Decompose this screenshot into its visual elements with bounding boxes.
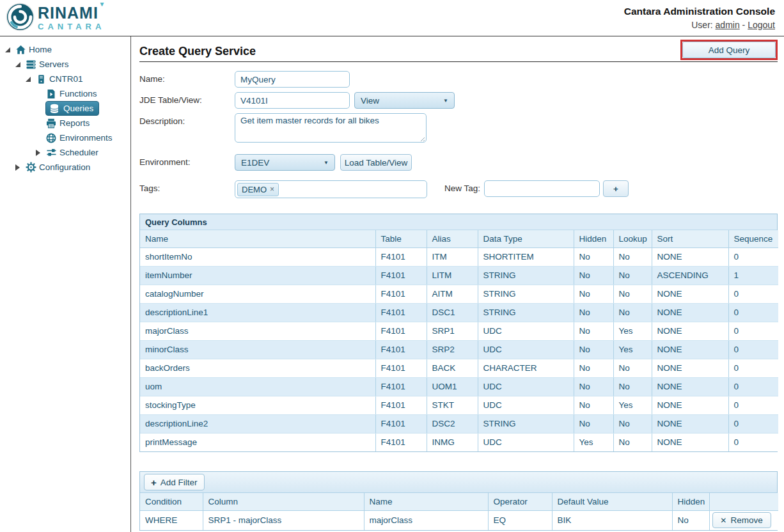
chevron-down-icon: ▼ <box>443 98 448 104</box>
user-prefix: User: <box>691 20 712 30</box>
sidebar-item-cntr01[interactable]: CNTR01 <box>0 72 130 86</box>
sidebar-item-scheduler[interactable]: Scheduler <box>0 145 130 160</box>
plus-icon: + <box>151 477 157 488</box>
column-header[interactable]: Operator <box>488 493 552 510</box>
table-cell: F4101 <box>375 396 427 414</box>
column-header[interactable]: Data Type <box>478 230 574 247</box>
table-cell: 0 <box>728 340 778 359</box>
table-cell: No <box>574 359 613 377</box>
column-header[interactable]: Lookup <box>613 230 652 247</box>
column-header[interactable]: Sort <box>652 230 728 247</box>
close-icon: ✕ <box>720 516 726 525</box>
add-query-button[interactable]: Add Query <box>682 42 776 58</box>
table-row[interactable]: descriptionLine2F4101DSC2STRINGNoNoNONE0 <box>140 414 778 433</box>
table-cell: F4101 <box>375 266 427 285</box>
sidebar-item-label: Functions <box>59 89 97 98</box>
table-cell: F4101 <box>375 359 427 377</box>
column-header[interactable] <box>709 493 778 510</box>
sidebar-item-queries[interactable]: Queries <box>0 101 130 116</box>
table-cell: F4101 <box>375 414 427 433</box>
table-row[interactable]: shortItemNoF4101ITMSHORTITEMNoNoNONE0 <box>140 247 778 266</box>
table-cell: SRP2 <box>427 340 478 359</box>
table-row[interactable]: itemNumberF4101LITMSTRINGNoNoASCENDING1 <box>140 266 778 285</box>
column-header[interactable]: Column <box>203 493 364 510</box>
add-filter-button[interactable]: + Add Filter <box>144 474 205 490</box>
table-cell: stockingType <box>140 396 375 414</box>
sidebar-item-servers[interactable]: Servers <box>0 57 130 72</box>
sidebar-item-functions[interactable]: Functions <box>0 86 130 101</box>
table-cell: shortItemNo <box>140 247 375 266</box>
remove-filter-button[interactable]: ✕ Remove <box>712 512 771 528</box>
sidebar-item-label: Home <box>29 45 52 54</box>
sidebar-item-configuration[interactable]: Configuration <box>0 160 130 175</box>
sidebar-item-environments[interactable]: Environments <box>0 130 130 145</box>
environment-dropdown[interactable]: E1DEV ▼ <box>235 154 335 171</box>
remove-tag-icon[interactable]: × <box>270 185 274 194</box>
tree-expanded-icon[interactable] <box>15 62 20 67</box>
table-cell: No <box>613 303 652 322</box>
jde-table-view-input[interactable] <box>235 92 350 109</box>
function-document-icon <box>45 88 57 99</box>
tags-label: Tags: <box>139 180 235 193</box>
table-cell: No <box>574 266 613 285</box>
column-header[interactable]: Hidden <box>672 493 709 510</box>
tree-expanded-icon[interactable] <box>26 77 31 82</box>
table-cell: No <box>613 433 652 451</box>
column-header[interactable]: Table <box>375 230 427 247</box>
jde-table-view-label: JDE Table/View: <box>139 92 235 105</box>
filter-toolbar: + Add Filter <box>140 472 777 493</box>
table-cell: No <box>574 303 613 322</box>
tree-expanded-icon[interactable] <box>5 47 10 52</box>
add-tag-button[interactable]: + <box>603 180 629 197</box>
sidebar-item-reports[interactable]: Reports <box>0 116 130 130</box>
table-row[interactable]: catalogNumberF4101AITMSTRINGNoNoNONE0 <box>140 285 778 303</box>
column-header[interactable]: Sequence <box>728 230 778 247</box>
description-textarea[interactable]: Get item master records for all bikes <box>235 113 427 143</box>
tree-collapsed-icon[interactable] <box>36 150 40 156</box>
table-cell: STRING <box>478 303 574 322</box>
column-header[interactable]: Name <box>364 493 488 510</box>
table-cell: BACK <box>427 359 478 377</box>
rinami-logo: RINAMI▼ CANTARA <box>5 2 105 35</box>
filter-actions-cell: ✕ Remove <box>709 510 778 530</box>
table-row[interactable]: descriptionLine1F4101DSC1STRINGNoNoNONE0 <box>140 303 778 322</box>
table-row[interactable]: backOrdersF4101BACKCHARACTERNoNoNONE0 <box>140 359 778 377</box>
filter-name-cell: majorClass <box>364 510 488 530</box>
user-name-link[interactable]: admin <box>716 20 740 30</box>
table-row[interactable]: uomF4101UOM1UDCNoNoNONE0 <box>140 377 778 396</box>
sidebar-item-home[interactable]: Home <box>0 42 130 57</box>
column-header[interactable]: Default Value <box>552 493 672 510</box>
highlight-box: Add Query <box>680 40 778 60</box>
load-table-view-button[interactable]: Load Table/View <box>340 154 412 171</box>
filter-condition-cell: WHERE <box>140 510 203 530</box>
new-tag-input[interactable] <box>484 180 600 197</box>
database-icon <box>49 103 60 114</box>
column-header[interactable]: Hidden <box>574 230 613 247</box>
table-type-dropdown[interactable]: View ▼ <box>354 92 455 109</box>
table-cell: printMessage <box>140 433 375 451</box>
logout-link[interactable]: Logout <box>748 20 775 30</box>
filter-operator-cell: EQ <box>488 510 552 530</box>
column-header[interactable]: Name <box>140 230 375 247</box>
table-header-row: Name Table Alias Data Type Hidden Lookup… <box>140 230 778 247</box>
tag-chip: DEMO × <box>237 183 279 196</box>
table-row[interactable]: printMessageF4101INMGUDCYesNoNONE0 <box>140 433 778 451</box>
sidebar-item-label: Reports <box>59 118 90 128</box>
table-row[interactable]: minorClassF4101SRP2UDCNoYesNONE0 <box>140 340 778 359</box>
table-cell: uom <box>140 377 375 396</box>
filter-hidden-cell: No <box>672 510 709 530</box>
table-row[interactable]: stockingTypeF4101STKTUDCNoYesNONE0 <box>140 396 778 414</box>
logo-caret-icon: ▼ <box>98 1 106 8</box>
column-header[interactable]: Alias <box>427 230 478 247</box>
table-row[interactable]: majorClassF4101SRP1UDCNoYesNONE0 <box>140 322 778 340</box>
name-input[interactable] <box>235 71 350 88</box>
table-cell: 0 <box>728 247 778 266</box>
tags-input[interactable]: DEMO × <box>235 180 427 198</box>
tree-collapsed-icon[interactable] <box>15 164 20 171</box>
table-cell: UOM1 <box>427 377 478 396</box>
column-header[interactable]: Condition <box>140 493 203 510</box>
table-cell: No <box>613 285 652 303</box>
filter-row[interactable]: WHERE SRP1 - majorClass majorClass EQ BI… <box>140 510 778 530</box>
table-cell: No <box>613 377 652 396</box>
chevron-down-icon: ▼ <box>324 160 329 166</box>
